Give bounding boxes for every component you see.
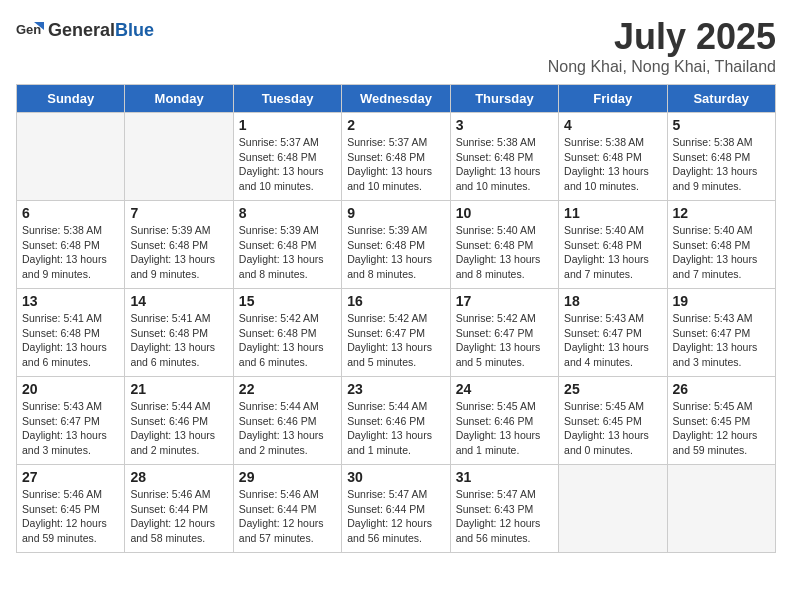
day-number: 14 bbox=[130, 293, 227, 309]
day-number: 12 bbox=[673, 205, 770, 221]
logo-general: General bbox=[48, 20, 115, 40]
calendar-cell: 29Sunrise: 5:46 AM Sunset: 6:44 PM Dayli… bbox=[233, 465, 341, 553]
day-number: 19 bbox=[673, 293, 770, 309]
day-number: 27 bbox=[22, 469, 119, 485]
day-header-wednesday: Wednesday bbox=[342, 85, 450, 113]
cell-info: Sunrise: 5:37 AM Sunset: 6:48 PM Dayligh… bbox=[239, 135, 336, 194]
cell-info: Sunrise: 5:42 AM Sunset: 6:47 PM Dayligh… bbox=[456, 311, 553, 370]
calendar-cell: 24Sunrise: 5:45 AM Sunset: 6:46 PM Dayli… bbox=[450, 377, 558, 465]
day-number: 8 bbox=[239, 205, 336, 221]
calendar-cell: 1Sunrise: 5:37 AM Sunset: 6:48 PM Daylig… bbox=[233, 113, 341, 201]
cell-info: Sunrise: 5:41 AM Sunset: 6:48 PM Dayligh… bbox=[130, 311, 227, 370]
day-header-tuesday: Tuesday bbox=[233, 85, 341, 113]
cell-info: Sunrise: 5:43 AM Sunset: 6:47 PM Dayligh… bbox=[22, 399, 119, 458]
cell-info: Sunrise: 5:42 AM Sunset: 6:47 PM Dayligh… bbox=[347, 311, 444, 370]
calendar-cell: 10Sunrise: 5:40 AM Sunset: 6:48 PM Dayli… bbox=[450, 201, 558, 289]
cell-info: Sunrise: 5:39 AM Sunset: 6:48 PM Dayligh… bbox=[130, 223, 227, 282]
calendar-cell: 23Sunrise: 5:44 AM Sunset: 6:46 PM Dayli… bbox=[342, 377, 450, 465]
cell-info: Sunrise: 5:47 AM Sunset: 6:44 PM Dayligh… bbox=[347, 487, 444, 546]
cell-info: Sunrise: 5:41 AM Sunset: 6:48 PM Dayligh… bbox=[22, 311, 119, 370]
cell-info: Sunrise: 5:47 AM Sunset: 6:43 PM Dayligh… bbox=[456, 487, 553, 546]
subtitle: Nong Khai, Nong Khai, Thailand bbox=[548, 58, 776, 76]
calendar-cell: 7Sunrise: 5:39 AM Sunset: 6:48 PM Daylig… bbox=[125, 201, 233, 289]
day-number: 11 bbox=[564, 205, 661, 221]
week-row-1: 1Sunrise: 5:37 AM Sunset: 6:48 PM Daylig… bbox=[17, 113, 776, 201]
cell-info: Sunrise: 5:46 AM Sunset: 6:45 PM Dayligh… bbox=[22, 487, 119, 546]
calendar-cell: 22Sunrise: 5:44 AM Sunset: 6:46 PM Dayli… bbox=[233, 377, 341, 465]
calendar-cell: 31Sunrise: 5:47 AM Sunset: 6:43 PM Dayli… bbox=[450, 465, 558, 553]
day-number: 3 bbox=[456, 117, 553, 133]
day-number: 17 bbox=[456, 293, 553, 309]
cell-info: Sunrise: 5:45 AM Sunset: 6:46 PM Dayligh… bbox=[456, 399, 553, 458]
calendar-cell bbox=[17, 113, 125, 201]
day-number: 2 bbox=[347, 117, 444, 133]
calendar-cell: 20Sunrise: 5:43 AM Sunset: 6:47 PM Dayli… bbox=[17, 377, 125, 465]
day-number: 22 bbox=[239, 381, 336, 397]
cell-info: Sunrise: 5:38 AM Sunset: 6:48 PM Dayligh… bbox=[564, 135, 661, 194]
day-number: 31 bbox=[456, 469, 553, 485]
calendar-cell: 18Sunrise: 5:43 AM Sunset: 6:47 PM Dayli… bbox=[559, 289, 667, 377]
cell-info: Sunrise: 5:45 AM Sunset: 6:45 PM Dayligh… bbox=[564, 399, 661, 458]
cell-info: Sunrise: 5:45 AM Sunset: 6:45 PM Dayligh… bbox=[673, 399, 770, 458]
cell-info: Sunrise: 5:44 AM Sunset: 6:46 PM Dayligh… bbox=[239, 399, 336, 458]
cell-info: Sunrise: 5:38 AM Sunset: 6:48 PM Dayligh… bbox=[22, 223, 119, 282]
day-number: 1 bbox=[239, 117, 336, 133]
title-area: July 2025 Nong Khai, Nong Khai, Thailand bbox=[548, 16, 776, 76]
calendar-cell bbox=[667, 465, 775, 553]
day-header-friday: Friday bbox=[559, 85, 667, 113]
day-number: 4 bbox=[564, 117, 661, 133]
cell-info: Sunrise: 5:40 AM Sunset: 6:48 PM Dayligh… bbox=[564, 223, 661, 282]
calendar-body: 1Sunrise: 5:37 AM Sunset: 6:48 PM Daylig… bbox=[17, 113, 776, 553]
calendar-cell: 14Sunrise: 5:41 AM Sunset: 6:48 PM Dayli… bbox=[125, 289, 233, 377]
calendar-table: SundayMondayTuesdayWednesdayThursdayFrid… bbox=[16, 84, 776, 553]
day-number: 9 bbox=[347, 205, 444, 221]
cell-info: Sunrise: 5:44 AM Sunset: 6:46 PM Dayligh… bbox=[347, 399, 444, 458]
cell-info: Sunrise: 5:39 AM Sunset: 6:48 PM Dayligh… bbox=[347, 223, 444, 282]
day-number: 25 bbox=[564, 381, 661, 397]
day-number: 29 bbox=[239, 469, 336, 485]
day-number: 26 bbox=[673, 381, 770, 397]
day-number: 7 bbox=[130, 205, 227, 221]
cell-info: Sunrise: 5:46 AM Sunset: 6:44 PM Dayligh… bbox=[130, 487, 227, 546]
logo-blue: Blue bbox=[115, 20, 154, 40]
logo-icon: Gen bbox=[16, 16, 44, 44]
calendar-cell: 28Sunrise: 5:46 AM Sunset: 6:44 PM Dayli… bbox=[125, 465, 233, 553]
calendar-cell bbox=[125, 113, 233, 201]
calendar-cell: 9Sunrise: 5:39 AM Sunset: 6:48 PM Daylig… bbox=[342, 201, 450, 289]
cell-info: Sunrise: 5:39 AM Sunset: 6:48 PM Dayligh… bbox=[239, 223, 336, 282]
calendar-cell: 27Sunrise: 5:46 AM Sunset: 6:45 PM Dayli… bbox=[17, 465, 125, 553]
day-number: 16 bbox=[347, 293, 444, 309]
day-header-saturday: Saturday bbox=[667, 85, 775, 113]
day-number: 15 bbox=[239, 293, 336, 309]
cell-info: Sunrise: 5:43 AM Sunset: 6:47 PM Dayligh… bbox=[673, 311, 770, 370]
logo: Gen GeneralBlue bbox=[16, 16, 154, 44]
calendar-cell: 4Sunrise: 5:38 AM Sunset: 6:48 PM Daylig… bbox=[559, 113, 667, 201]
day-number: 6 bbox=[22, 205, 119, 221]
cell-info: Sunrise: 5:43 AM Sunset: 6:47 PM Dayligh… bbox=[564, 311, 661, 370]
calendar-cell: 12Sunrise: 5:40 AM Sunset: 6:48 PM Dayli… bbox=[667, 201, 775, 289]
day-number: 13 bbox=[22, 293, 119, 309]
calendar-cell: 21Sunrise: 5:44 AM Sunset: 6:46 PM Dayli… bbox=[125, 377, 233, 465]
day-number: 24 bbox=[456, 381, 553, 397]
day-number: 30 bbox=[347, 469, 444, 485]
calendar-cell: 17Sunrise: 5:42 AM Sunset: 6:47 PM Dayli… bbox=[450, 289, 558, 377]
calendar-cell: 16Sunrise: 5:42 AM Sunset: 6:47 PM Dayli… bbox=[342, 289, 450, 377]
day-number: 20 bbox=[22, 381, 119, 397]
calendar-cell: 25Sunrise: 5:45 AM Sunset: 6:45 PM Dayli… bbox=[559, 377, 667, 465]
week-row-4: 20Sunrise: 5:43 AM Sunset: 6:47 PM Dayli… bbox=[17, 377, 776, 465]
main-title: July 2025 bbox=[548, 16, 776, 58]
cell-info: Sunrise: 5:38 AM Sunset: 6:48 PM Dayligh… bbox=[456, 135, 553, 194]
calendar-cell: 8Sunrise: 5:39 AM Sunset: 6:48 PM Daylig… bbox=[233, 201, 341, 289]
day-number: 5 bbox=[673, 117, 770, 133]
day-number: 21 bbox=[130, 381, 227, 397]
calendar-cell: 30Sunrise: 5:47 AM Sunset: 6:44 PM Dayli… bbox=[342, 465, 450, 553]
day-number: 28 bbox=[130, 469, 227, 485]
day-header-thursday: Thursday bbox=[450, 85, 558, 113]
calendar-cell: 3Sunrise: 5:38 AM Sunset: 6:48 PM Daylig… bbox=[450, 113, 558, 201]
header: Gen GeneralBlue July 2025 Nong Khai, Non… bbox=[16, 16, 776, 76]
day-header-sunday: Sunday bbox=[17, 85, 125, 113]
calendar-cell: 19Sunrise: 5:43 AM Sunset: 6:47 PM Dayli… bbox=[667, 289, 775, 377]
week-row-3: 13Sunrise: 5:41 AM Sunset: 6:48 PM Dayli… bbox=[17, 289, 776, 377]
calendar-cell: 2Sunrise: 5:37 AM Sunset: 6:48 PM Daylig… bbox=[342, 113, 450, 201]
calendar-cell: 5Sunrise: 5:38 AM Sunset: 6:48 PM Daylig… bbox=[667, 113, 775, 201]
